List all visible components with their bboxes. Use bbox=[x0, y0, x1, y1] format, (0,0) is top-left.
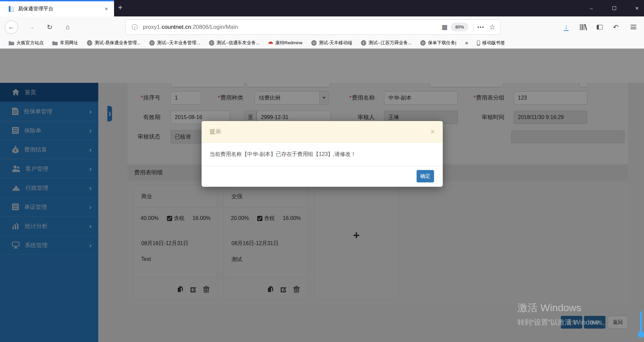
forward-button[interactable]: → bbox=[25, 16, 38, 38]
history-restore-button[interactable]: ↶ bbox=[609, 16, 623, 38]
globe-icon bbox=[87, 40, 92, 46]
divider bbox=[473, 23, 473, 32]
browser-nav-toolbar: ← → ↻ ⌂ i proxy1.countnet.cn:20806/Login… bbox=[0, 16, 644, 38]
browser-tab-bar: 易保通管理平台 × + – × bbox=[0, 0, 644, 16]
tab-favicon-icon bbox=[9, 6, 14, 12]
qr-code-icon[interactable]: ▦ bbox=[441, 23, 447, 31]
bookmark-item[interactable]: 常用网址 bbox=[52, 40, 78, 46]
globe-icon bbox=[420, 40, 426, 46]
back-icon: ← bbox=[5, 20, 18, 34]
scrollbar-thumb[interactable] bbox=[638, 331, 644, 338]
bookmark-item[interactable]: 保单下载任务| bbox=[420, 40, 457, 46]
globe-icon bbox=[361, 40, 366, 46]
back-button[interactable]: ← bbox=[4, 16, 19, 38]
reload-button[interactable]: ↻ bbox=[43, 16, 56, 38]
url-path: :20806/Login/Main bbox=[191, 24, 238, 30]
new-tab-button[interactable]: + bbox=[118, 3, 122, 12]
bookmarks-bar: 火狐官方站点 常用网址 测试-易保通业务管理... 测试--天丰业务管理... … bbox=[0, 38, 644, 49]
url-host: countnet.cn bbox=[162, 24, 191, 30]
modal-backdrop bbox=[0, 49, 644, 342]
bookmark-item[interactable]: 测试--信通车友业务... bbox=[209, 40, 260, 46]
dialog-header: 提示 × bbox=[202, 121, 443, 142]
tab-close-icon[interactable]: × bbox=[105, 6, 108, 12]
tab-title: 易保通管理平台 bbox=[18, 6, 105, 12]
url-text[interactable]: proxy1.countnet.cn:20806/Login/Main bbox=[143, 24, 441, 31]
url-bar[interactable]: i proxy1.countnet.cn:20806/Login/Main ▦ … bbox=[125, 19, 500, 35]
dialog-title: 提示 bbox=[210, 128, 430, 135]
window-close-button[interactable]: × bbox=[629, 0, 644, 16]
bookmark-item[interactable]: 测试-天丰移动端 bbox=[311, 40, 352, 46]
page-actions-icon[interactable]: ••• bbox=[477, 24, 484, 30]
home-button[interactable]: ⌂ bbox=[61, 16, 74, 38]
sidebar-panel-icon bbox=[597, 25, 603, 30]
globe-icon bbox=[209, 40, 214, 46]
bookmark-item[interactable]: 测试-易保通业务管理... bbox=[87, 40, 141, 46]
watermark-line1: 激活 Windows bbox=[518, 301, 609, 315]
bookmark-item[interactable]: 火狐官方站点 bbox=[9, 40, 44, 46]
download-icon: ↓ bbox=[564, 23, 569, 31]
downloads-button[interactable]: ↓ bbox=[559, 16, 573, 38]
window-maximize-button[interactable] bbox=[606, 0, 622, 16]
menu-button[interactable] bbox=[626, 16, 641, 38]
close-icon[interactable]: × bbox=[430, 127, 435, 136]
windows-activation-watermark: 激活 Windows 转到“设置”以激活 Windows。 bbox=[518, 301, 609, 327]
bookmark-item[interactable]: 测试--江苏万舜业务... bbox=[361, 40, 412, 46]
folder-icon bbox=[52, 41, 58, 45]
bookmark-item[interactable]: 测试--天丰业务管理... bbox=[149, 40, 200, 46]
bookmark-star-icon[interactable]: ☆ bbox=[489, 23, 495, 31]
globe-icon bbox=[149, 40, 155, 46]
watermark-line2: 转到“设置”以激活 Windows。 bbox=[518, 318, 609, 327]
sidebar-toggle-button[interactable] bbox=[593, 16, 606, 38]
library-icon bbox=[580, 24, 586, 30]
dialog-footer: 确定 bbox=[202, 166, 443, 186]
site-info-icon[interactable]: i bbox=[132, 24, 138, 30]
maximize-icon bbox=[612, 6, 616, 10]
zoom-level-badge[interactable]: 80% bbox=[451, 23, 468, 31]
library-button[interactable] bbox=[576, 16, 590, 38]
confirm-button[interactable]: 确定 bbox=[417, 170, 434, 182]
window-minimize-button[interactable]: – bbox=[584, 0, 599, 16]
scrollbar-track[interactable] bbox=[640, 311, 642, 332]
bookmark-item[interactable]: 移动版书签 bbox=[477, 40, 505, 46]
folder-icon bbox=[9, 41, 14, 45]
phone-icon bbox=[477, 41, 480, 46]
bookmarks-overflow-chevron[interactable]: » bbox=[465, 40, 468, 46]
dialog-message: 当前费用名称【中华-副本】已存在于费用组【123】,请修改！ bbox=[202, 142, 443, 166]
globe-icon bbox=[311, 40, 317, 46]
url-host-prefix: proxy1. bbox=[143, 24, 162, 30]
hamburger-icon bbox=[631, 25, 636, 29]
redmine-icon bbox=[268, 42, 273, 44]
alert-dialog: 提示 × 当前费用名称【中华-副本】已存在于费用组【123】,请修改！ 确定 bbox=[202, 121, 443, 187]
browser-tab[interactable]: 易保通管理平台 × bbox=[0, 0, 114, 16]
bookmark-item[interactable]: 康特Redmine bbox=[268, 40, 303, 46]
